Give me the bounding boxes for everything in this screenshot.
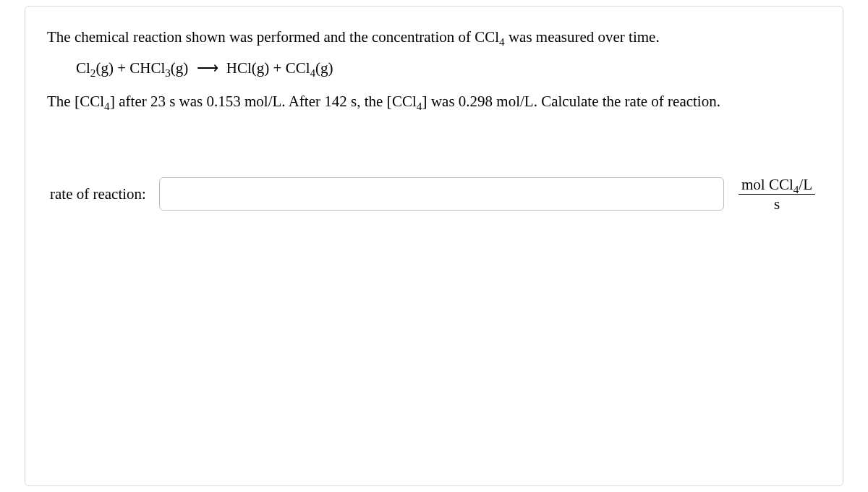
species-2-base: CCl (392, 93, 417, 110)
intro-part-b: was measured over time. (505, 28, 660, 46)
intro-species-sub: 4 (499, 36, 505, 48)
plus-1: + (114, 59, 129, 77)
data-line-a: The (47, 93, 75, 110)
product-2-phase: (g) (315, 59, 333, 77)
left-bracket-2: [ (387, 92, 392, 110)
plus-2: + (269, 59, 285, 77)
intro-text: The chemical reaction shown was performe… (47, 25, 821, 49)
product-2: CCl4(g) (286, 59, 333, 77)
intro-species: 4 (499, 28, 505, 46)
species-1-base: CCl (80, 93, 104, 110)
data-line: The [CCl4] after 23 s was 0.153 mol/L. A… (47, 89, 821, 114)
answer-label: rate of reaction: (50, 185, 146, 203)
reactant-2: CHCl3(g) (129, 59, 188, 77)
reaction-arrow-icon: ⟶ (192, 59, 223, 77)
species-1-sub: 4 (104, 101, 110, 112)
species-1: CCl4 (80, 93, 109, 110)
rate-of-reaction-input[interactable] (159, 177, 724, 211)
intro-part-a: The chemical reaction shown was performe… (47, 28, 499, 46)
reactant-2-phase: (g) (171, 59, 189, 77)
right-bracket-1: ] (110, 92, 115, 110)
reactant-1-base: Cl (76, 59, 90, 77)
question-card: The chemical reaction shown was performe… (25, 6, 843, 486)
data-line-c: was 0.298 mol/L. Calculate the rate of r… (427, 93, 720, 110)
data-line-b: after 23 s was 0.153 mol/L. After 142 s,… (115, 93, 387, 110)
chemical-equation: Cl2(g) + CHCl3(g) ⟶ HCl(g) + CCl4(g) (76, 59, 821, 77)
reactant-1: Cl2(g) (76, 59, 114, 77)
reactant-1-phase: (g) (95, 59, 114, 77)
unit-fraction: mol CCl4/L s (737, 176, 817, 213)
species-2: CCl4 (392, 93, 422, 110)
product-1-base: HCl (226, 59, 252, 77)
reactant-2-base: CHCl (129, 59, 165, 77)
product-1-phase: (g) (252, 59, 270, 77)
right-bracket-2: ] (422, 92, 427, 110)
answer-row: rate of reaction: mol CCl4/L s (47, 176, 821, 213)
product-1: HCl(g) (226, 59, 270, 77)
reactant-2-sub: 3 (165, 67, 171, 79)
product-2-sub: 4 (310, 67, 316, 79)
unit-num-b: /L (799, 176, 812, 193)
unit-num-a: mol CCl (741, 176, 793, 193)
product-2-base: CCl (286, 59, 310, 77)
unit-denominator: s (774, 195, 780, 213)
unit-numerator: mol CCl4/L (739, 176, 815, 195)
